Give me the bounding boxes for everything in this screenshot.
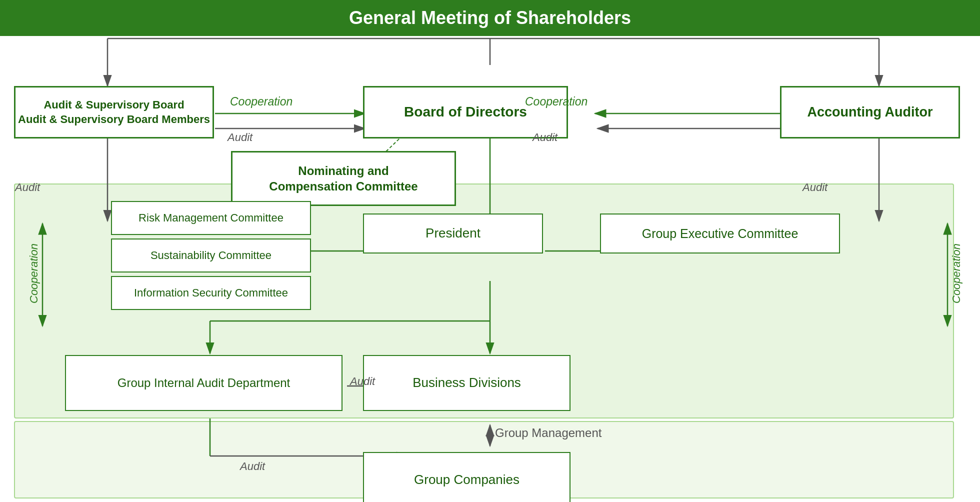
audit-label-board-to-directors: Audit: [228, 131, 252, 144]
information-security-box: Information Security Committee: [111, 276, 311, 310]
business-divisions-label: Business Divisions: [412, 374, 521, 392]
audit-label-left-vertical: Audit: [15, 181, 40, 194]
cooperation-rotated-left: Cooperation: [28, 226, 40, 321]
nominating-compensation-box: Nominating andCompensation Committee: [231, 151, 456, 206]
cooperation-label-left: Cooperation: [230, 95, 292, 108]
business-divisions-box: Business Divisions: [363, 355, 570, 411]
risk-management-label: Risk Management Committee: [138, 211, 284, 226]
group-internal-audit-box: Group Internal Audit Department: [65, 355, 342, 411]
cooperation-label-right: Cooperation: [525, 95, 588, 108]
information-security-label: Information Security Committee: [134, 286, 288, 300]
accounting-auditor-box: Accounting Auditor: [780, 86, 960, 138]
audit-label-internal-to-business: Audit: [350, 375, 375, 388]
group-management-label: Group Management: [495, 426, 602, 440]
group-executive-label: Group Executive Committee: [642, 226, 798, 242]
group-internal-audit-label: Group Internal Audit Department: [118, 375, 290, 390]
nominating-compensation-label: Nominating andCompensation Committee: [269, 163, 418, 194]
audit-label-right-vertical: Audit: [802, 181, 828, 194]
header-bar: General Meeting of Shareholders: [0, 0, 980, 36]
risk-management-box: Risk Management Committee: [111, 201, 311, 235]
group-companies-box: Group Companies: [363, 452, 570, 502]
group-companies-label: Group Companies: [414, 472, 520, 488]
audit-label-accounting-to-board: Audit: [532, 131, 558, 144]
audit-supervisory-board-label: Audit & Supervisory BoardAudit & Supervi…: [18, 98, 210, 126]
sustainability-label: Sustainability Committee: [150, 248, 272, 263]
diagram-container: General Meeting of Shareholders: [0, 0, 980, 502]
group-executive-box: Group Executive Committee: [600, 214, 840, 254]
accounting-auditor-label: Accounting Auditor: [808, 104, 933, 121]
sustainability-box: Sustainability Committee: [111, 238, 311, 272]
main-area: Audit & Supervisory BoardAudit & Supervi…: [0, 36, 980, 502]
header-title: General Meeting of Shareholders: [349, 8, 631, 28]
president-box: President: [363, 214, 543, 254]
audit-supervisory-board-box: Audit & Supervisory BoardAudit & Supervi…: [14, 86, 214, 138]
board-of-directors-label: Board of Directors: [404, 103, 527, 121]
president-label: President: [426, 225, 480, 242]
audit-label-to-group-companies: Audit: [240, 460, 265, 473]
cooperation-rotated-right: Cooperation: [950, 226, 963, 321]
